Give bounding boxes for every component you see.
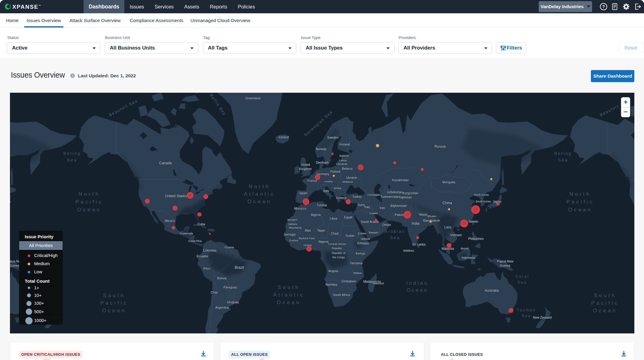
svg-text:Djibouti: Djibouti bbox=[361, 237, 370, 240]
svg-text:Eritrea: Eritrea bbox=[358, 232, 366, 235]
svg-text:Lithuania: Lithuania bbox=[336, 162, 347, 166]
svg-text:Serbia: Serbia bbox=[333, 187, 341, 190]
svg-text:?: ? bbox=[602, 4, 605, 9]
svg-text:Greece: Greece bbox=[336, 196, 347, 200]
svg-text:Syria: Syria bbox=[358, 203, 365, 207]
svg-text:Kenya: Kenya bbox=[356, 252, 365, 255]
svg-text:Ghana: Ghana bbox=[303, 244, 311, 247]
svg-text:Kuwait: Kuwait bbox=[369, 212, 378, 215]
svg-text:Cuba: Cuba bbox=[197, 222, 205, 226]
svg-text:Angola: Angola bbox=[328, 269, 338, 273]
svg-text:Mongolia: Mongolia bbox=[442, 180, 455, 184]
svg-text:Iraq: Iraq bbox=[364, 205, 370, 209]
svg-text:Guyana: Guyana bbox=[224, 246, 234, 249]
svg-text:Afghanistan: Afghanistan bbox=[390, 204, 407, 207]
svg-text:India: India bbox=[412, 221, 419, 226]
svg-text:North Korea: North Korea bbox=[474, 193, 489, 196]
svg-text:Moldova: Moldova bbox=[343, 180, 353, 183]
svg-text:Austria: Austria bbox=[324, 180, 333, 183]
svg-text:South Africa: South Africa bbox=[333, 293, 350, 297]
svg-text:Burkina Faso: Burkina Faso bbox=[299, 237, 315, 240]
svg-text:Estonia: Estonia bbox=[340, 154, 349, 157]
svg-text:Iran: Iran bbox=[380, 206, 385, 210]
svg-text:Ethiopia: Ethiopia bbox=[357, 241, 369, 245]
svg-text:Ukraine: Ukraine bbox=[346, 176, 357, 179]
svg-text:Sri Lanka: Sri Lanka bbox=[412, 243, 426, 246]
svg-text:Sahara: Sahara bbox=[288, 223, 297, 226]
svg-text:Spain: Spain bbox=[299, 191, 308, 195]
svg-text:Philippines: Philippines bbox=[468, 237, 484, 240]
svg-text:South Korea: South Korea bbox=[476, 200, 491, 203]
svg-text:Vietnam: Vietnam bbox=[450, 233, 462, 237]
svg-text:Algeria: Algeria bbox=[311, 213, 321, 217]
svg-text:Oman: Oman bbox=[382, 223, 391, 227]
svg-text:Libya: Libya bbox=[330, 217, 337, 220]
svg-text:Italy: Italy bbox=[323, 189, 329, 193]
svg-text:Peru: Peru bbox=[203, 267, 210, 270]
svg-text:Bolivia: Bolivia bbox=[217, 276, 227, 280]
svg-text:Central African: Central African bbox=[328, 243, 346, 246]
svg-text:Iceland: Iceland bbox=[279, 135, 289, 139]
svg-text:Taiwan: Taiwan bbox=[468, 220, 478, 223]
svg-text:Turkmenistan: Turkmenistan bbox=[380, 195, 399, 198]
svg-text:Yemen: Yemen bbox=[368, 231, 378, 234]
svg-text:Niger: Niger bbox=[317, 229, 325, 232]
svg-text:Russia: Russia bbox=[435, 144, 446, 149]
svg-text:Indonesia: Indonesia bbox=[461, 256, 475, 259]
svg-text:United States: United States bbox=[165, 194, 187, 198]
svg-text:Kingdom: Kingdom bbox=[299, 167, 312, 171]
svg-text:Mauritania: Mauritania bbox=[289, 226, 301, 229]
svg-text:Maldives: Maldives bbox=[403, 249, 414, 252]
svg-text:Guatemala: Guatemala bbox=[180, 232, 193, 235]
svg-text:Chad: Chad bbox=[331, 232, 338, 235]
svg-text:Bhutan: Bhutan bbox=[428, 215, 436, 218]
svg-text:Tunisia: Tunisia bbox=[317, 203, 327, 207]
svg-text:Argentina: Argentina bbox=[215, 306, 229, 309]
svg-text:Norway: Norway bbox=[316, 147, 327, 151]
svg-text:Ecuador: Ecuador bbox=[196, 254, 209, 258]
svg-text:Tanzania: Tanzania bbox=[350, 261, 362, 265]
svg-text:Egypt: Egypt bbox=[344, 215, 352, 219]
svg-text:Zimbabwe: Zimbabwe bbox=[341, 279, 356, 283]
svg-text:Republic of: Republic of bbox=[332, 252, 346, 255]
svg-text:Poland: Poland bbox=[330, 170, 340, 173]
svg-text:Sweden: Sweden bbox=[327, 136, 339, 139]
svg-text:Mauritius: Mauritius bbox=[373, 282, 384, 285]
svg-text:Greenland: Greenland bbox=[245, 96, 260, 100]
svg-text:Canada: Canada bbox=[159, 161, 172, 165]
svg-text:Nepal: Nepal bbox=[419, 213, 427, 216]
svg-text:Kyrgyzstan: Kyrgyzstan bbox=[403, 191, 418, 195]
svg-text:Kazakhstan: Kazakhstan bbox=[392, 178, 409, 182]
svg-text:Nigeria: Nigeria bbox=[318, 240, 328, 243]
svg-text:Finland: Finland bbox=[340, 143, 350, 146]
svg-text:Senegal: Senegal bbox=[284, 233, 296, 236]
svg-text:Costa Rica: Costa Rica bbox=[188, 239, 202, 243]
svg-text:Sudan: Sudan bbox=[346, 234, 355, 237]
svg-text:Malawi: Malawi bbox=[353, 272, 362, 275]
svg-text:Namibia: Namibia bbox=[326, 283, 337, 286]
svg-text:Republic: Republic bbox=[332, 247, 343, 250]
svg-text:Turkey: Turkey bbox=[352, 195, 362, 198]
svg-text:Denmark: Denmark bbox=[316, 161, 329, 164]
svg-text:Mexico: Mexico bbox=[165, 219, 175, 223]
svg-text:Colombia: Colombia bbox=[203, 249, 217, 252]
svg-text:Brunei: Brunei bbox=[461, 247, 469, 250]
svg-text:Belarus: Belarus bbox=[342, 167, 353, 170]
svg-text:Brazil: Brazil bbox=[235, 265, 244, 270]
svg-text:Uzbekistan: Uzbekistan bbox=[387, 190, 403, 194]
svg-text:Uruguay: Uruguay bbox=[227, 300, 239, 304]
svg-text:Morocco: Morocco bbox=[294, 207, 306, 210]
svg-text:Mali: Mali bbox=[305, 229, 311, 232]
svg-text:United: United bbox=[301, 163, 310, 166]
svg-text:Guinea: Guinea bbox=[289, 239, 298, 242]
svg-text:Western: Western bbox=[287, 218, 297, 221]
svg-text:Latvia: Latvia bbox=[339, 159, 346, 162]
svg-text:Paraguay: Paraguay bbox=[224, 285, 238, 289]
svg-text:Azerbaijan: Azerbaijan bbox=[367, 193, 380, 196]
svg-text:Laos: Laos bbox=[445, 225, 451, 229]
svg-text:Chile: Chile bbox=[211, 291, 218, 294]
svg-text:Tajikistan: Tajikistan bbox=[399, 195, 412, 199]
svg-text:China: China bbox=[442, 201, 452, 205]
svg-text:the Congo: the Congo bbox=[332, 256, 345, 259]
